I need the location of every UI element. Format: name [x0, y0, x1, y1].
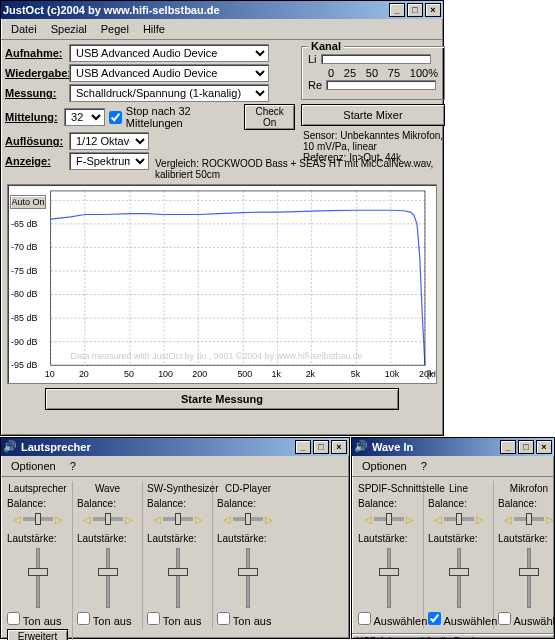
- menu-help[interactable]: ?: [64, 458, 82, 474]
- svg-text:-95 dB: -95 dB: [11, 360, 37, 370]
- mixer-col: Line Balance: ◁ ▷ Lautstärke: Auswählen: [424, 481, 494, 629]
- ls-menubar: Optionen ?: [1, 456, 349, 477]
- volume-slider[interactable]: [379, 548, 399, 608]
- gauge-re: [326, 80, 436, 90]
- wi-status: USB Advanced Audio Device: [352, 633, 554, 639]
- wi-titlebar[interactable]: 🔊 Wave In _ □ ×: [352, 438, 554, 456]
- balance-slider[interactable]: ◁ ▷: [7, 509, 68, 529]
- maximize-icon[interactable]: □: [313, 440, 329, 454]
- label-aufloesung: Auflösung:: [5, 135, 65, 147]
- minimize-icon[interactable]: _: [295, 440, 311, 454]
- speaker-left-icon: ◁: [223, 514, 231, 525]
- minimize-icon[interactable]: _: [389, 3, 405, 17]
- starte-mixer-button[interactable]: Starte Mixer: [301, 104, 445, 126]
- speaker-left-icon: ◁: [153, 514, 161, 525]
- speaker-app-icon: 🔊: [354, 440, 368, 454]
- close-icon[interactable]: ×: [536, 440, 552, 454]
- menu-pegel[interactable]: Pegel: [95, 21, 135, 37]
- volume-slider[interactable]: [98, 548, 118, 608]
- check-on-button[interactable]: Check On: [244, 104, 295, 130]
- balance-slider[interactable]: ◁ ▷: [147, 509, 208, 529]
- check-stop-nach[interactable]: [109, 111, 122, 124]
- balance-slider[interactable]: ◁ ▷: [428, 509, 489, 529]
- svg-text:20: 20: [79, 369, 89, 379]
- label-anzeige: Anzeige:: [5, 155, 65, 167]
- label-re: Re: [308, 79, 322, 91]
- mixer-col: SPDIF-Schnittstelle Balance: ◁ ▷ Lautstä…: [354, 481, 424, 629]
- speaker-right-icon: ▷: [265, 514, 273, 525]
- minimize-icon[interactable]: _: [500, 440, 516, 454]
- balance-slider[interactable]: ◁ ▷: [498, 509, 555, 529]
- label-mittelung: Mittelung:: [5, 111, 60, 123]
- starte-messung-button[interactable]: Starte Messung: [45, 388, 399, 410]
- erweitert-button[interactable]: Erweitert: [7, 629, 68, 640]
- label-wiedergabe: Wiedergabe:: [5, 67, 65, 79]
- speaker-right-icon: ▷: [406, 514, 414, 525]
- select-messung[interactable]: Schalldruck/Spannung (1-kanalig): [69, 84, 269, 102]
- speaker-right-icon: ▷: [546, 514, 554, 525]
- mixer-col-title: Mikrofon: [498, 483, 555, 494]
- label-stop-nach: Stop nach 32 Mittelungen: [126, 105, 240, 129]
- spectrum-chart: Auto On -60 dB-65 dB-70 dB-75 dB-80 dB-8…: [7, 184, 437, 384]
- label-messung: Messung:: [5, 87, 65, 99]
- mute-checkbox[interactable]: [147, 612, 160, 625]
- svg-text:200: 200: [192, 369, 207, 379]
- svg-text:10k: 10k: [385, 369, 400, 379]
- menu-optionen[interactable]: Optionen: [5, 458, 62, 474]
- svg-text:Data measured with JustOct by : Data measured with JustOct by Ilo , 0001…: [71, 351, 363, 361]
- svg-text:100: 100: [158, 369, 173, 379]
- volume-slider[interactable]: [238, 548, 258, 608]
- select-anzeige[interactable]: F-Spektrum: [69, 152, 149, 170]
- maximize-icon[interactable]: □: [518, 440, 534, 454]
- balance-slider[interactable]: ◁ ▷: [217, 509, 279, 529]
- menu-optionen[interactable]: Optionen: [356, 458, 413, 474]
- mixer-col: Wave Balance: ◁ ▷ Lautstärke: Ton aus: [73, 481, 143, 629]
- mixer-col-title: SPDIF-Schnittstelle: [358, 483, 419, 494]
- menu-help[interactable]: ?: [415, 458, 433, 474]
- select-checkbox[interactable]: [498, 612, 511, 625]
- main-titlebar[interactable]: JustOct (c)2004 by www.hifi-selbstbau.de…: [1, 1, 443, 19]
- select-aufloesung[interactable]: 1/12 Oktave: [69, 132, 149, 150]
- ls-titlebar[interactable]: 🔊 Lautsprecher _ □ ×: [1, 438, 349, 456]
- select-mittelung[interactable]: 32: [64, 108, 105, 126]
- gauge-ticks: 0255075100%: [328, 67, 438, 79]
- svg-text:-70 dB: -70 dB: [11, 242, 37, 252]
- wavein-window: 🔊 Wave In _ □ × Optionen ? SPDIF-Schnitt…: [351, 437, 555, 639]
- svg-text:5k: 5k: [351, 369, 361, 379]
- auto-on-button[interactable]: Auto On: [10, 195, 46, 209]
- mute-checkbox[interactable]: [217, 612, 230, 625]
- svg-text:50: 50: [124, 369, 134, 379]
- main-window: JustOct (c)2004 by www.hifi-selbstbau.de…: [0, 0, 444, 436]
- svg-rect-40: [51, 191, 425, 365]
- svg-text:[Hz]: [Hz]: [427, 369, 436, 379]
- mixer-col: Lautsprecher Balance: ◁ ▷ Lautstärke: To…: [3, 481, 73, 640]
- close-icon[interactable]: ×: [331, 440, 347, 454]
- close-icon[interactable]: ×: [425, 3, 441, 17]
- label-li: Li: [308, 53, 317, 65]
- volume-slider[interactable]: [28, 548, 48, 608]
- select-checkbox[interactable]: [358, 612, 371, 625]
- menu-hilfe[interactable]: Hilfe: [137, 21, 171, 37]
- select-wiedergabe[interactable]: USB Advanced Audio Device: [69, 64, 269, 82]
- gauge-li: [321, 54, 431, 64]
- svg-text:-80 dB: -80 dB: [11, 290, 37, 300]
- mute-checkbox[interactable]: [7, 612, 20, 625]
- speaker-right-icon: ▷: [476, 514, 484, 525]
- speaker-left-icon: ◁: [434, 514, 442, 525]
- svg-text:2k: 2k: [306, 369, 316, 379]
- menu-datei[interactable]: Datei: [5, 21, 43, 37]
- volume-slider[interactable]: [519, 548, 539, 608]
- menu-spezial[interactable]: Spezial: [45, 21, 93, 37]
- balance-slider[interactable]: ◁ ▷: [77, 509, 138, 529]
- balance-slider[interactable]: ◁ ▷: [358, 509, 419, 529]
- select-checkbox[interactable]: [428, 612, 441, 625]
- mute-checkbox[interactable]: [77, 612, 90, 625]
- speaker-left-icon: ◁: [83, 514, 91, 525]
- volume-slider[interactable]: [168, 548, 188, 608]
- volume-slider[interactable]: [449, 548, 469, 608]
- mixer-col: CD-Player Balance: ◁ ▷ Lautstärke: Ton a…: [213, 481, 283, 629]
- maximize-icon[interactable]: □: [407, 3, 423, 17]
- wi-menubar: Optionen ?: [352, 456, 554, 477]
- svg-text:-90 dB: -90 dB: [11, 337, 37, 347]
- select-aufnahme[interactable]: USB Advanced Audio Device: [69, 44, 269, 62]
